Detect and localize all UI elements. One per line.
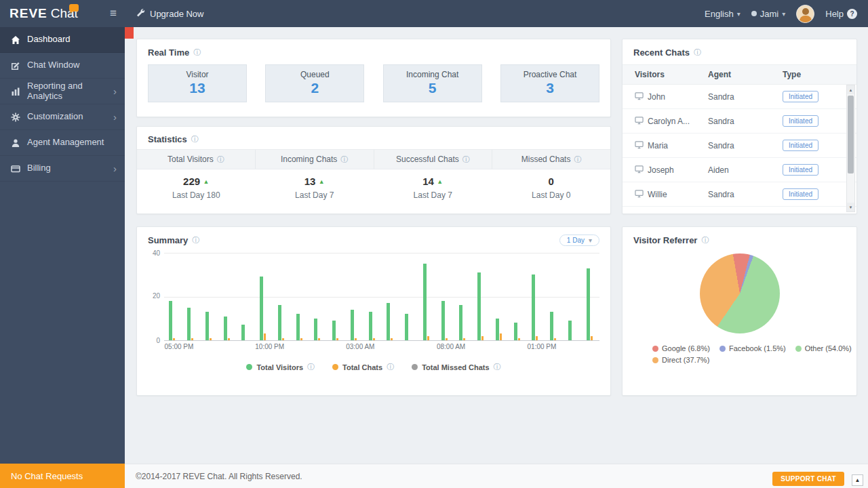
bar-group [454, 253, 473, 340]
help-menu[interactable]: Help ? [825, 9, 857, 19]
chevron-right-icon: › [113, 163, 117, 174]
statistics-title-text: Statistics [148, 134, 187, 144]
stat-label: Queued [266, 70, 363, 79]
language-selector[interactable]: English ▾ [705, 9, 741, 19]
info-icon[interactable]: ⓘ [574, 155, 581, 165]
status-badge: Initiated [783, 115, 818, 127]
stat-box-proactive-chat[interactable]: Proactive Chat 3 [500, 64, 599, 102]
visitor-name: Maria [648, 141, 668, 150]
info-icon[interactable]: ⓘ [694, 47, 701, 58]
no-chat-requests-label: No Chat Requests [11, 471, 83, 481]
visitor-name: Joseph [648, 165, 674, 175]
bar [496, 319, 499, 340]
edit-square-icon [10, 60, 20, 70]
support-chat-button[interactable]: SUPPORT CHAT [772, 472, 844, 486]
table-row[interactable]: John Sandra Initiated [623, 85, 856, 109]
table-row[interactable]: Carolyn A... Sandra Initiated [623, 109, 856, 134]
upgrade-now-label: Upgrade Now [150, 9, 204, 19]
trend-up-icon: ▲ [319, 178, 325, 185]
referrer-legend: Google (6.8%) Facebook (1.5%) Other (54.… [623, 333, 856, 364]
bar [441, 301, 445, 340]
bar [169, 301, 172, 340]
scroll-to-top-button[interactable]: ▲ [852, 474, 863, 486]
bar [228, 338, 230, 340]
user-menu[interactable]: Jami ▾ [751, 9, 785, 19]
bar [532, 274, 535, 340]
info-icon[interactable]: ⓘ [193, 47, 201, 58]
statistics-header-missed-chats: Missed Chats ⓘ [492, 150, 610, 169]
sidebar-item-reporting[interactable]: Reporting and Analytics › [0, 79, 125, 104]
legend-total-visitors: Total Visitors ⓘ [246, 362, 315, 372]
column-header-visitors: Visitors [623, 70, 708, 79]
statistics-header-label: Missed Chats [521, 155, 571, 164]
scrollbar-thumb[interactable] [848, 96, 854, 174]
scrollbar[interactable]: ▲ ▼ [846, 85, 855, 212]
bar [351, 310, 354, 340]
bar-group [273, 253, 292, 340]
visitor-name: Willie [648, 190, 667, 199]
avatar[interactable] [796, 5, 814, 23]
legend-label: Google (6.8%) [662, 344, 710, 352]
statistics-subtext: Last Day 180 [137, 190, 256, 200]
summary-title: Summary ⓘ [148, 235, 199, 245]
stat-box-queued[interactable]: Queued 2 [265, 64, 364, 102]
bar [459, 305, 462, 340]
info-icon[interactable]: ⓘ [494, 362, 501, 372]
bar [241, 325, 245, 340]
bar [405, 314, 408, 340]
table-row[interactable]: Maria Sandra Initiated [623, 134, 856, 158]
monitor-icon [635, 189, 644, 200]
scroll-up-icon[interactable]: ▲ [847, 85, 854, 94]
sidebar-item-billing[interactable]: Billing › [0, 156, 125, 182]
info-icon[interactable]: ⓘ [307, 362, 315, 372]
gear-icon [10, 112, 20, 122]
info-icon[interactable]: ⓘ [192, 235, 199, 245]
info-icon[interactable]: ⓘ [340, 155, 348, 165]
visitor-referrer-card: Visitor Referrer ⓘ Google (6.8%) Faceboo… [622, 226, 857, 396]
table-row[interactable]: Joseph Aiden Initiated [623, 158, 856, 182]
sidebar-item-dashboard[interactable]: Dashboard [0, 27, 125, 53]
recent-chats-card: Recent Chats ⓘ Visitors Agent Type John … [622, 39, 857, 214]
real-time-stats: Visitor 13 Queued 2 Incoming Chat 5 Proa… [137, 59, 610, 102]
bar-group [201, 253, 219, 340]
info-icon[interactable]: ⓘ [701, 235, 709, 245]
no-chat-requests-button[interactable]: No Chat Requests [0, 464, 125, 488]
sidebar-item-label: Agent Management [27, 138, 117, 147]
info-icon[interactable]: ⓘ [387, 362, 394, 372]
legend-total-missed-chats: Total Missed Chats ⓘ [412, 362, 500, 372]
bar [318, 338, 320, 340]
legend-facebook: Facebook (1.5%) [719, 344, 786, 352]
sidebar-item-customization[interactable]: Customization › [0, 104, 125, 130]
status-badge: Initiated [783, 164, 818, 176]
statistics-value-successful-chats: 14 ▲ Last Day 7 [374, 176, 492, 200]
table-row[interactable]: Willie Sandra Initiated [623, 182, 856, 207]
legend-dot [652, 346, 658, 352]
username-label: Jami [760, 9, 778, 19]
info-icon[interactable]: ⓘ [462, 155, 470, 165]
info-icon[interactable]: ⓘ [217, 155, 224, 165]
upgrade-now-button[interactable]: Upgrade Now [136, 8, 204, 20]
stat-box-incoming-chat[interactable]: Incoming Chat 5 [383, 64, 482, 102]
legend-label: Total Chats [342, 363, 382, 371]
monitor-icon [635, 92, 644, 102]
info-icon[interactable]: ⓘ [191, 134, 199, 144]
status-badge: Initiated [783, 188, 818, 200]
period-selector[interactable]: 1 Day ▾ [559, 235, 599, 246]
summary-x-labels: 05:00 PM10:00 PM03:00 AM08:00 AM01:00 PM [164, 343, 599, 352]
sidebar-item-agent-management[interactable]: Agent Management [0, 130, 125, 156]
statistics-header-label: Total Visitors [167, 155, 214, 164]
logo[interactable]: REVE Chat ≡ [0, 0, 125, 27]
summary-card: Summary ⓘ 1 Day ▾ 40 20 0 05:00 PM10:00 … [136, 226, 611, 396]
stat-box-visitor[interactable]: Visitor 13 [148, 64, 247, 102]
sidebar-item-chat-window[interactable]: Chat Window [0, 53, 125, 79]
real-time-title-text: Real Time [148, 47, 189, 58]
scroll-down-icon[interactable]: ▼ [847, 203, 854, 211]
topbar: REVE Chat ≡ Upgrade Now English ▾ Jami ▾… [0, 0, 868, 27]
legend-label: Facebook (1.5%) [729, 344, 786, 352]
sidebar-item-label: Customization [27, 112, 113, 121]
statistics-number: 13 [304, 176, 316, 187]
bar-group [527, 253, 545, 340]
summary-chart: 40 20 0 [164, 253, 599, 341]
hamburger-icon[interactable]: ≡ [110, 7, 117, 20]
bar [355, 338, 357, 340]
